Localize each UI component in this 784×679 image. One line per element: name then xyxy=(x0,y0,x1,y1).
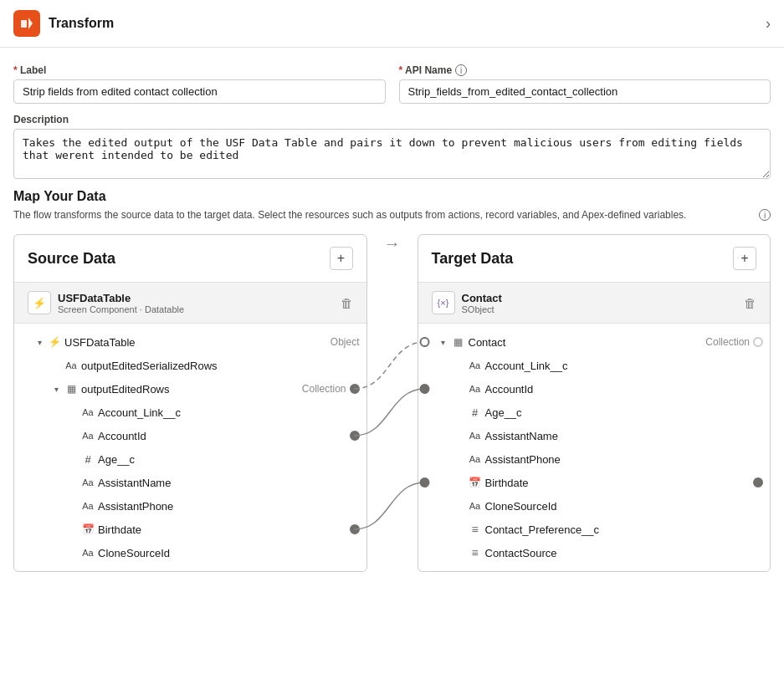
node-icon: Aa xyxy=(81,406,95,418)
map-info-icon[interactable]: i xyxy=(759,209,771,221)
node-icon: ▦ xyxy=(452,336,465,348)
source-component-sub: Screen Component · Datatable xyxy=(58,304,334,314)
header-left: Transform xyxy=(13,10,114,37)
source-component-info: USFDataTable Screen Component · Datatabl… xyxy=(58,292,334,314)
tree-item-t-Contact_Preference__c: ≡Contact_Preference__c xyxy=(418,518,771,541)
description-textarea[interactable] xyxy=(13,129,771,179)
header: Transform › xyxy=(0,0,784,48)
map-description: The flow transforms the source data to t… xyxy=(13,209,771,221)
node-label: AssistantName xyxy=(485,430,764,442)
node-icon: Aa xyxy=(81,547,95,559)
panels-container: Source Data + ⚡ USFDataTable Screen Comp… xyxy=(13,234,771,572)
connector-dot[interactable] xyxy=(350,384,360,394)
tree-item-Age__c: #Age__c xyxy=(14,447,366,471)
map-description-text: The flow transforms the source data to t… xyxy=(13,209,756,221)
node-label: outputEditedSerializedRows xyxy=(81,360,360,372)
node-label: ContactSource xyxy=(485,547,764,559)
target-panel-header: Target Data + xyxy=(418,235,771,283)
api-name-label-row: API Name i xyxy=(399,64,771,76)
api-name-input[interactable] xyxy=(399,79,771,104)
target-component-info: Contact SObject xyxy=(462,292,738,314)
expand-icon[interactable]: ▾ xyxy=(34,338,44,347)
tree-item-contact-root: ▾▦ContactCollection xyxy=(418,330,771,354)
source-tree: ▾⚡USFDataTableObjectAaoutputEditedSerial… xyxy=(14,324,366,571)
panels-wrapper: Source Data + ⚡ USFDataTable Screen Comp… xyxy=(13,234,771,572)
tree-item-usf-root: ▾⚡USFDataTableObject xyxy=(14,330,366,354)
target-panel: Target Data + {×} Contact SObject 🗑 ▾ xyxy=(418,234,771,572)
target-tree: ▾▦ContactCollectionAaAccount_Link__cAaAc… xyxy=(418,324,771,571)
connector-arrow: → xyxy=(367,234,418,253)
tree-item-t-ContactSource: ≡ContactSource xyxy=(418,541,771,564)
node-icon: Aa xyxy=(469,453,482,465)
api-name-label: API Name xyxy=(399,64,453,76)
tree-item-t-Birthdate: 📅Birthdate xyxy=(418,471,771,494)
node-label: USFDataTable xyxy=(64,336,322,349)
target-delete-icon[interactable]: 🗑 xyxy=(744,296,756,310)
label-group: Label xyxy=(13,64,386,104)
tree-item-AssistantName: AaAssistantName xyxy=(14,471,366,494)
node-label: Contact xyxy=(469,336,698,349)
node-label: Account_Link__c xyxy=(98,406,360,419)
node-icon: Aa xyxy=(81,500,95,512)
tree-item-outputEditedSerializedRows: AaoutputEditedSerializedRows xyxy=(14,354,366,377)
expand-icon[interactable]: ▾ xyxy=(438,338,448,347)
node-icon: Aa xyxy=(81,430,95,442)
header-title: Transform xyxy=(49,16,114,31)
map-section: Map Your Data The flow transforms the so… xyxy=(0,189,784,585)
tree-item-AssistantPhone: AaAssistantPhone xyxy=(14,494,366,518)
source-panel-title: Source Data xyxy=(28,250,115,268)
source-component-header: ⚡ USFDataTable Screen Component · Datata… xyxy=(14,283,366,324)
node-label: Age__c xyxy=(485,406,764,419)
source-add-button[interactable]: + xyxy=(330,247,353,270)
node-label: AccountId xyxy=(485,383,764,396)
node-icon: ≡ xyxy=(469,546,482,559)
sobject-icon: {×} xyxy=(438,298,449,308)
node-icon: 📅 xyxy=(469,477,482,488)
node-icon: Aa xyxy=(469,360,482,371)
node-label: CloneSourceId xyxy=(485,500,764,513)
node-icon: Aa xyxy=(469,383,482,395)
node-icon: Aa xyxy=(64,360,78,371)
tree-item-Birthdate: 📅Birthdate xyxy=(14,518,366,541)
node-label: AssistantName xyxy=(98,477,360,489)
node-type: Collection xyxy=(705,336,750,348)
close-icon[interactable]: › xyxy=(766,15,771,33)
node-label: AssistantPhone xyxy=(98,500,360,513)
tree-item-t-Age__c: #Age__c xyxy=(418,401,771,424)
node-icon: # xyxy=(469,406,482,419)
connector-dot[interactable] xyxy=(350,524,360,534)
source-delete-icon[interactable]: 🗑 xyxy=(341,296,353,310)
target-connector-dot[interactable] xyxy=(753,477,763,488)
lightning-icon: ⚡ xyxy=(33,297,46,309)
svg-marker-1 xyxy=(28,18,33,29)
description-label: Description xyxy=(13,114,771,125)
tree-item-Account_Link__c: AaAccount_Link__c xyxy=(14,401,366,424)
label-field-label: Label xyxy=(13,64,386,76)
label-input[interactable] xyxy=(13,79,386,104)
expand-icon[interactable]: ▾ xyxy=(51,385,61,394)
node-label: Birthdate xyxy=(98,523,346,536)
tree-item-outputEditedRows: ▾▦outputEditedRowsCollection xyxy=(14,377,366,401)
api-info-icon[interactable]: i xyxy=(455,64,467,76)
node-icon: Aa xyxy=(81,477,95,488)
node-label: CloneSourceId xyxy=(98,547,360,559)
source-component-name: USFDataTable xyxy=(58,292,334,304)
form-row-1: Label API Name i xyxy=(13,64,771,104)
node-label: Age__c xyxy=(98,453,360,466)
target-connector-dot[interactable] xyxy=(753,337,763,347)
connector-dot[interactable] xyxy=(350,431,360,441)
source-panel-header: Source Data + xyxy=(14,235,366,283)
target-component-name: Contact xyxy=(462,292,738,304)
map-title: Map Your Data xyxy=(13,189,771,204)
node-label: Contact_Preference__c xyxy=(485,523,764,536)
tree-item-CloneSourceId: AaCloneSourceId xyxy=(14,541,366,564)
source-component-icon: ⚡ xyxy=(28,291,51,314)
tree-item-t-AccountId: AaAccountId xyxy=(418,377,771,401)
transform-icon xyxy=(13,10,40,37)
node-icon: ⚡ xyxy=(48,336,61,348)
node-icon: ≡ xyxy=(469,523,482,536)
target-add-button[interactable]: + xyxy=(733,247,756,270)
api-name-group: API Name i xyxy=(399,64,771,104)
tree-item-t-AssistantName: AaAssistantName xyxy=(418,424,771,447)
target-component-sub: SObject xyxy=(462,304,738,314)
